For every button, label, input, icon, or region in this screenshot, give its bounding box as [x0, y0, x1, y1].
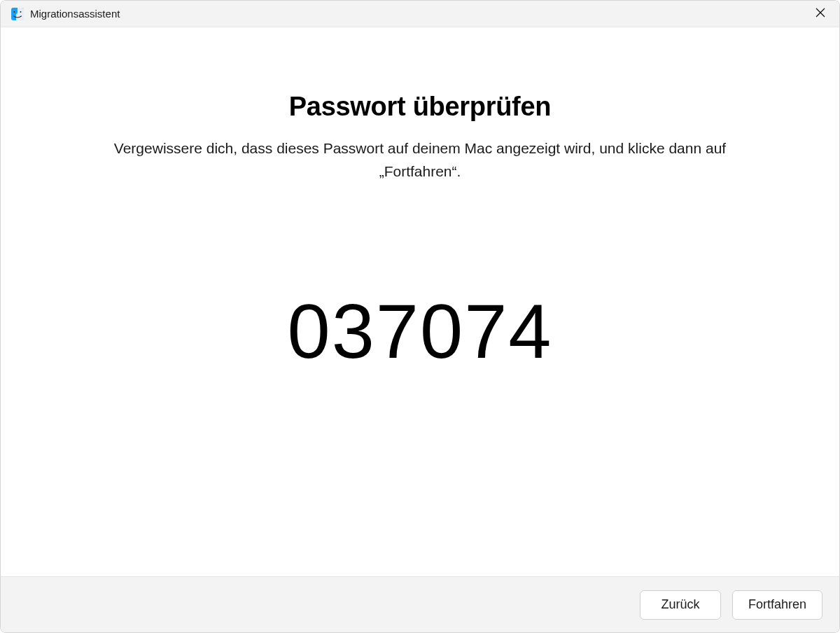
close-icon [816, 8, 825, 20]
content-area: Passwort überprüfen Vergewissere dich, d… [1, 27, 839, 576]
continue-button[interactable]: Fortfahren [732, 590, 822, 620]
verification-code: 037074 [287, 286, 552, 375]
window-title: Migrationsassistent [30, 8, 120, 20]
footer: Zurück Fortfahren [1, 576, 839, 632]
page-heading: Passwort überprüfen [289, 92, 551, 122]
titlebar-left: Migrationsassistent [10, 7, 120, 21]
finder-icon [10, 7, 24, 21]
instruction-text: Vergewissere dich, dass dieses Passwort … [112, 137, 728, 183]
svg-point-2 [20, 11, 22, 13]
back-button[interactable]: Zurück [640, 590, 721, 620]
close-button[interactable] [804, 1, 836, 27]
titlebar: Migrationsassistent [1, 1, 839, 27]
svg-point-1 [14, 11, 15, 13]
